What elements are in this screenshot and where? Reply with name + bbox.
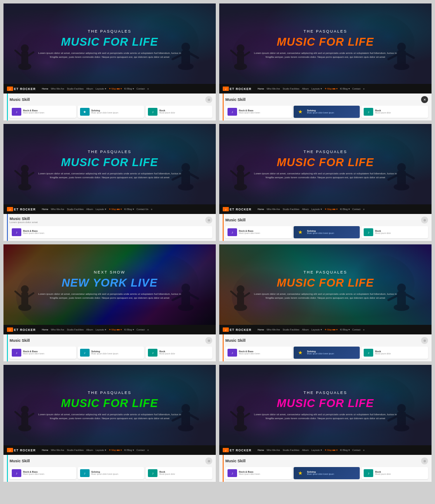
nav-link-8[interactable]: ≡ — [147, 328, 149, 331]
skill-text: Music ipsum dolor lorem ipsum — [91, 353, 142, 355]
nav-link-0[interactable]: Home — [258, 87, 264, 90]
svg-text:♪: ♪ — [9, 208, 11, 211]
skill-card-1: ★SoloingMusic ipsum dolor lorem ipsum — [294, 106, 360, 118]
nav-link-6[interactable]: KI Blog ▾ — [124, 208, 134, 210]
nav-link-4[interactable]: Layouts ▾ — [311, 449, 322, 451]
nav-link-6[interactable]: KI Blog ▾ — [124, 328, 134, 331]
nav-link-1[interactable]: Who We Are — [267, 449, 280, 451]
skill-icon-box: ♪ — [228, 469, 237, 477]
nav-link-6[interactable]: KI Blog ▾ — [124, 87, 134, 90]
nav-link-1[interactable]: Who We Are — [51, 449, 64, 451]
nav-logo[interactable]: ♪ET ROCKER — [7, 326, 36, 334]
nav-link-1[interactable]: Who We Are — [267, 208, 280, 210]
nav-link-0[interactable]: Home — [42, 449, 48, 451]
nav-link-8[interactable]: ≡ — [363, 449, 365, 451]
nav-link-1[interactable]: Who We Are — [267, 328, 280, 331]
nav-link-5[interactable]: ✦ Map ■■ ▾ — [325, 328, 338, 331]
nav-link-3[interactable]: Album — [302, 87, 309, 90]
nav-logo[interactable]: ♪ET ROCKER — [223, 205, 251, 213]
nav-link-7[interactable]: Contact Us — [137, 208, 148, 210]
nav-link-7[interactable]: Contact — [137, 87, 145, 90]
nav-link-2[interactable]: Studio Facilities — [67, 328, 84, 331]
nav-link-8[interactable]: ≡ — [147, 87, 149, 90]
skill-text: Music ipsum dolor lorem ipsum — [307, 112, 358, 114]
nav-link-1[interactable]: Who We Are — [267, 87, 280, 90]
nav-logo[interactable]: ♪ET ROCKER — [223, 85, 251, 93]
nav-link-0[interactable]: Home — [258, 208, 264, 210]
nav-link-4[interactable]: Layouts ▾ — [96, 328, 106, 331]
nav-link-3[interactable]: Album — [302, 328, 309, 331]
nav-link-0[interactable]: Home — [258, 449, 264, 451]
nav-link-3[interactable]: Album — [86, 449, 93, 451]
nav-link-3[interactable]: Album — [86, 208, 93, 210]
nav-logo[interactable]: ♪ET ROCKER — [223, 446, 251, 454]
nav-link-7[interactable]: Contact — [137, 449, 145, 451]
nav-logo[interactable]: ♪ET ROCKER — [7, 446, 36, 454]
hero-title: MUSIC FOR LIFE — [251, 276, 400, 289]
nav-link-5[interactable]: ✦ Map ■■ ▾ — [109, 449, 122, 451]
nav-link-7[interactable]: Contact — [137, 328, 145, 331]
skill-icon-box: ♪ — [12, 108, 21, 116]
logo-text: ET ROCKER — [14, 449, 36, 452]
nav-link-5[interactable]: ✦ Map ■■ ▾ — [325, 449, 338, 451]
nav-link-8[interactable]: ≡ — [147, 449, 149, 451]
nav-link-6[interactable]: KI Blog ▾ — [340, 449, 350, 451]
nav-link-5[interactable]: ✦ Map ■■ ▾ — [109, 208, 122, 210]
nav-link-7[interactable]: Contact — [352, 87, 361, 90]
hero-desc: Lorem ipsum dolor sit amet, consectetur … — [35, 51, 184, 59]
nav-link-4[interactable]: Layouts ▾ — [311, 208, 322, 210]
nav-link-7[interactable]: Contact — [352, 208, 361, 210]
nav-link-2[interactable]: Studio Facilities — [283, 449, 300, 451]
nav-link-8[interactable]: ≡ — [363, 87, 365, 90]
skill-card-1: ★SoloingMusic ipsum dolor lorem ipsum — [78, 106, 144, 118]
skills-header: Music Skill⊕ — [10, 337, 212, 344]
nav-link-2[interactable]: Studio Facilities — [283, 208, 300, 210]
nav-logo[interactable]: ♪ET ROCKER — [223, 326, 251, 334]
nav-link-1[interactable]: Who We Are — [51, 328, 64, 331]
nav-link-2[interactable]: Studio Facilities — [67, 87, 84, 90]
nav-link-3[interactable]: Album — [86, 87, 93, 90]
nav-link-3[interactable]: Album — [302, 208, 309, 210]
nav-logo[interactable]: ♪ET ROCKER — [7, 85, 36, 93]
skills-header: Music Skill⊕ — [225, 457, 428, 464]
nav-link-2[interactable]: Studio Facilities — [283, 87, 300, 90]
nav-link-1[interactable]: Who We Are — [51, 208, 64, 210]
nav-link-7[interactable]: Contact — [352, 328, 361, 331]
nav-link-0[interactable]: Home — [42, 87, 48, 90]
navbar-5: ♪ET ROCKERHomeWho We AreStudio Facilitie… — [3, 325, 216, 334]
nav-link-6[interactable]: KI Blog ▾ — [340, 87, 350, 90]
nav-link-5[interactable]: ✦ Map ■■ ▾ — [325, 208, 338, 210]
nav-link-2[interactable]: Studio Facilities — [67, 208, 84, 210]
nav-link-4[interactable]: Layouts ▾ — [96, 87, 106, 90]
nav-link-5[interactable]: ✦ Map ■■ ▾ — [109, 328, 122, 331]
nav-link-0[interactable]: Home — [42, 208, 48, 210]
hero-1: THE PASQUALESMUSIC FOR LIFELorem ipsum d… — [3, 3, 216, 84]
nav-link-5[interactable]: ✦ Map ■■ ▾ — [325, 87, 338, 90]
skill-card-2: ♪RockMusic ipsum dolor — [361, 106, 428, 118]
nav-link-0[interactable]: Home — [258, 328, 264, 331]
nav-link-8[interactable]: ≡ — [363, 208, 365, 210]
nav-link-3[interactable]: Album — [302, 449, 309, 451]
nav-link-6[interactable]: KI Blog ▾ — [340, 208, 350, 210]
nav-link-4[interactable]: Layouts ▾ — [96, 208, 106, 210]
nav-link-8[interactable]: ≡ — [363, 328, 365, 331]
nav-link-2[interactable]: Studio Facilities — [283, 328, 300, 331]
nav-link-3[interactable]: Album — [86, 328, 93, 331]
nav-link-5[interactable]: ✦ Map ■■ ▾ — [109, 87, 122, 90]
hero-title: MUSIC FOR LIFE — [251, 396, 400, 410]
nav-link-0[interactable]: Home — [42, 328, 48, 331]
skill-icon-box: ♪ — [12, 228, 21, 236]
logo-text: ET ROCKER — [230, 87, 251, 90]
nav-link-4[interactable]: Layouts ▾ — [311, 87, 322, 90]
nav-link-8[interactable]: ≡ — [151, 208, 152, 210]
nav-link-6[interactable]: KI Blog ▾ — [340, 328, 350, 331]
nav-link-4[interactable]: Layouts ▾ — [96, 449, 106, 451]
nav-link-6[interactable]: KI Blog ▾ — [124, 449, 134, 451]
nav-link-7[interactable]: Contact — [352, 449, 361, 451]
nav-link-1[interactable]: Who We Are — [51, 87, 64, 90]
skill-icon-box: ★ — [296, 469, 305, 477]
nav-link-2[interactable]: Studio Facilities — [67, 449, 84, 451]
nav-logo[interactable]: ♪ET ROCKER — [7, 205, 36, 213]
skills-section-1: Music Skill⊕♪Rock & BassMusic ipsum dolo… — [3, 93, 216, 120]
nav-link-4[interactable]: Layouts ▾ — [311, 328, 322, 331]
